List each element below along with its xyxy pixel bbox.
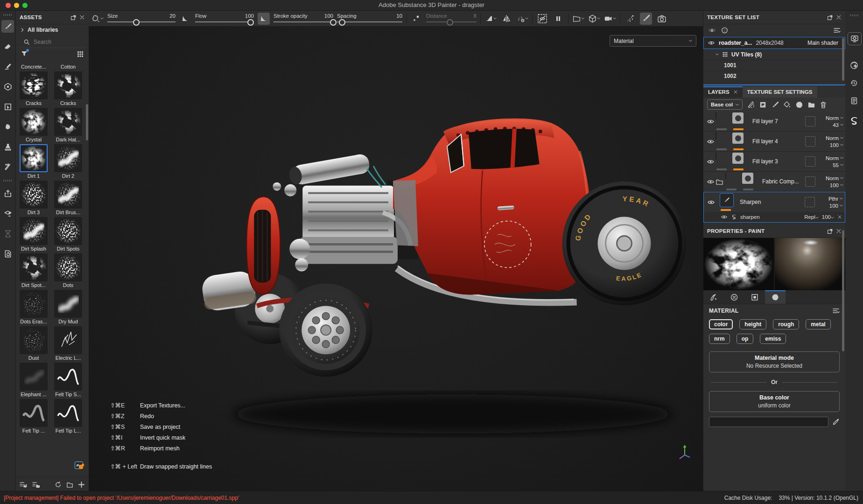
base-color-button[interactable]: Base color uniform color (709, 391, 840, 412)
panel-grip[interactable] (3, 180, 12, 182)
effect-blend-dropdown[interactable]: Repl (804, 214, 819, 220)
asset-folder-list-icon[interactable] (32, 481, 40, 488)
clone-tool-button[interactable] (1, 140, 14, 153)
properties-scrollbar[interactable] (842, 230, 844, 351)
log-button[interactable] (848, 95, 861, 107)
close-panel-icon[interactable] (836, 228, 842, 234)
texture-set-row[interactable]: roadster_a... 2048x2048 Main shader (703, 37, 845, 49)
shading-mode-dropdown[interactable]: Material (610, 35, 696, 47)
undock-panel-icon[interactable] (827, 14, 833, 21)
material-sphere-preview[interactable] (774, 238, 845, 290)
opacity-dropdown[interactable]: 100 (829, 203, 843, 209)
channel-chip[interactable]: emiss (760, 334, 786, 344)
asset-item[interactable]: Cracks (19, 71, 49, 106)
opacity-dropdown[interactable]: 100 (830, 142, 843, 148)
add-effect-icon[interactable] (747, 101, 755, 109)
layer-row-fill-4[interactable]: Fill layer 4 Norm 100 (703, 132, 845, 152)
layer-row-sharpen-selected[interactable]: Sharpen Pthr 100 sharpen Repl 100 (703, 192, 845, 223)
camera-view-button[interactable] (604, 13, 616, 25)
asset-item[interactable]: Dirt 1 (19, 144, 49, 179)
add-fill-layer-icon[interactable] (783, 101, 791, 109)
asset-item[interactable]: Felt Tip ... (19, 399, 49, 434)
navigation-gizmo[interactable] (677, 443, 693, 461)
uv-tile-item[interactable]: 1001 (703, 60, 845, 71)
layer-mask-thumbnail[interactable] (732, 153, 744, 164)
brush-alpha-preview[interactable] (703, 238, 774, 290)
asset-item[interactable]: Dirt 3 (19, 181, 49, 215)
flow-falloff-button[interactable] (258, 13, 270, 25)
asset-item[interactable]: Dust (19, 326, 49, 361)
bake-mesh-maps-button[interactable] (1, 207, 14, 220)
pause-engine-button[interactable] (552, 13, 564, 25)
base-color-swatch-field[interactable] (709, 417, 828, 427)
paint-tool-button[interactable] (1, 20, 14, 33)
tab-alpha-properties[interactable] (724, 290, 744, 304)
tab-texture-set-settings[interactable]: TEXTURE SET SETTINGS (743, 86, 817, 98)
panel-grip[interactable] (850, 14, 858, 16)
save-asset-list-icon[interactable] (20, 481, 28, 488)
channel-chip[interactable]: op (737, 334, 754, 344)
projection-tool-button[interactable] (1, 60, 14, 73)
import-folder-icon[interactable] (66, 481, 73, 488)
material-options-icon[interactable] (832, 308, 840, 314)
smudge-tool-button[interactable] (1, 120, 14, 133)
remove-effect-icon[interactable] (837, 215, 842, 219)
render-mode-button[interactable] (656, 13, 668, 25)
close-panel-icon[interactable] (79, 14, 85, 20)
asset-item[interactable]: Dirt Spots (53, 217, 83, 252)
asset-item[interactable]: Dry Mud (53, 290, 83, 324)
uv-tile-item[interactable]: 1002 (703, 71, 845, 82)
close-tab-icon[interactable] (733, 90, 738, 94)
asset-item[interactable]: Dots (53, 253, 83, 288)
history-button[interactable] (848, 77, 861, 89)
stroke-falloff-button[interactable] (484, 13, 497, 25)
tab-stencil-properties[interactable] (744, 290, 765, 304)
flow-slider[interactable] (195, 20, 254, 24)
grid-view-icon[interactable] (77, 50, 84, 58)
channel-chip[interactable]: color (709, 319, 733, 329)
asset-item[interactable]: Dirt Spot... (19, 253, 49, 288)
eraser-tool-button[interactable] (1, 40, 14, 53)
assets-scrollbar[interactable] (86, 104, 88, 140)
stroke-opacity-slider[interactable] (274, 20, 333, 24)
solo-visibility-icon[interactable]: 1 (721, 27, 729, 34)
opacity-dropdown[interactable]: 55 (833, 162, 843, 168)
blend-mode-dropdown[interactable]: Norm (826, 135, 843, 141)
asset-item[interactable]: Ps Dark Hat... (53, 108, 83, 142)
undock-panel-icon[interactable] (70, 14, 77, 21)
viewport-3d[interactable]: GOOD YEAR EAGLE Material (89, 26, 703, 491)
filter-funnel-icon[interactable] (21, 50, 28, 59)
visibility-eye-icon[interactable] (708, 40, 715, 46)
asset-item[interactable]: Electric L... (53, 326, 83, 361)
opacity-dropdown[interactable]: 100 (830, 182, 843, 188)
particles-brush-button[interactable] (624, 13, 636, 25)
asset-item[interactable]: Dirt Splash (19, 217, 49, 252)
effect-opacity-dropdown[interactable]: 100 (822, 214, 834, 220)
filter-effect-row[interactable]: sharpen Repl 100 (704, 212, 845, 222)
paint-mode-button[interactable] (640, 13, 652, 25)
list-options-icon[interactable] (833, 27, 841, 34)
geometry-fill-tool-button[interactable] (1, 80, 14, 93)
uv-tiles-row[interactable]: UV Tiles (8) (703, 49, 845, 60)
resources-updater-button[interactable] (1, 247, 14, 260)
toggle-all-visibility-icon[interactable] (708, 27, 716, 34)
blend-mode-dropdown[interactable]: Pthr (828, 196, 843, 202)
material-picker-tool-button[interactable] (1, 161, 14, 173)
channel-chip[interactable]: height (739, 319, 766, 329)
layer-mask-thumbnail[interactable] (732, 112, 744, 124)
visibility-eye-icon[interactable] (707, 199, 715, 205)
add-asset-icon[interactable] (78, 481, 85, 488)
tab-layers[interactable]: LAYERS (703, 86, 743, 98)
visibility-eye-icon[interactable] (721, 214, 728, 220)
display-settings-button[interactable] (848, 32, 862, 45)
perspective-view-button[interactable] (572, 13, 584, 25)
shader-settings-button[interactable] (848, 59, 861, 71)
tab-material-properties[interactable] (765, 290, 786, 304)
refresh-assets-icon[interactable] (55, 481, 62, 488)
layer-row-fill-3[interactable]: Fill layer 3 Norm 55 (703, 152, 845, 172)
add-smart-material-icon[interactable] (759, 101, 767, 109)
visibility-eye-icon[interactable] (707, 139, 715, 145)
asset-item[interactable]: Dots Eras... (19, 290, 49, 324)
asset-item[interactable]: Dirt 2 (53, 144, 83, 179)
blend-mode-dropdown[interactable]: Norm (826, 155, 843, 161)
